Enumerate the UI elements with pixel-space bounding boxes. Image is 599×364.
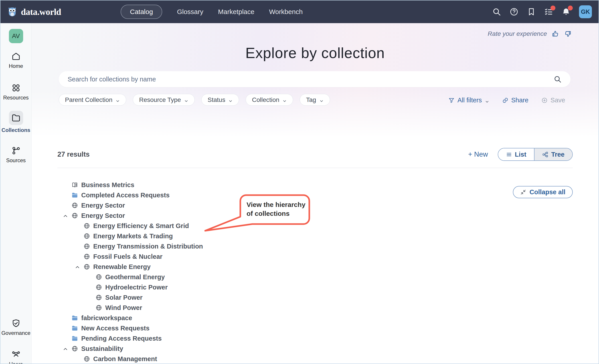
plus-circle-icon <box>541 97 548 103</box>
globe-icon <box>84 233 90 239</box>
tree-row-label: fabricworkspace <box>81 314 132 322</box>
tasks-badge <box>550 6 555 10</box>
tree-row[interactable]: Carbon Management <box>57 354 157 364</box>
tree-row-label: Business Metrics <box>81 181 134 189</box>
tree-row-label: Geothermal Energy <box>105 274 165 281</box>
primary-nav: CatalogGlossaryMarketplaceWorkbench <box>121 0 303 23</box>
tree-row-label: Renewable Energy <box>93 263 151 271</box>
all-filters-label: All filters <box>458 97 482 104</box>
sidebar-item-users[interactable]: Users <box>0 350 31 364</box>
user-avatar[interactable]: GK <box>579 5 592 18</box>
filter-chip-collection[interactable]: Collection <box>246 94 293 106</box>
chevron-up-icon[interactable] <box>63 346 68 351</box>
tree-row-label: New Access Requests <box>81 325 150 332</box>
search-submit-icon[interactable] <box>554 75 562 83</box>
filter-chip-tag[interactable]: Tag <box>300 94 330 106</box>
folder-icon <box>72 325 78 331</box>
sidebar-item-sources[interactable]: Sources <box>0 146 31 164</box>
sidebar-item-collections[interactable]: Collections <box>0 111 31 133</box>
tree-row[interactable]: Energy Sector <box>57 200 125 211</box>
tree-row[interactable]: Energy Transmission & Distribution <box>57 241 203 251</box>
tree-row[interactable]: Business Metrics <box>57 180 134 190</box>
folder-icon <box>72 315 78 321</box>
results-header: 27 results + New List <box>57 148 573 161</box>
org-avatar[interactable]: AV <box>0 29 31 43</box>
chevron-up-icon[interactable] <box>75 264 80 269</box>
callout-line-1: View the hierarchy <box>247 200 306 209</box>
filter-chip-status[interactable]: Status <box>201 94 239 106</box>
sidebar-item-label: Governance <box>1 330 30 336</box>
tree-row[interactable]: Completed Access Requests <box>57 190 169 200</box>
sidebar-item-resources[interactable]: Resources <box>0 83 31 101</box>
tree-row[interactable]: fabricworkspace <box>57 313 132 323</box>
tree-row-label: Energy Sector <box>81 202 125 209</box>
filter-chip-label: Tag <box>306 96 316 103</box>
save-button[interactable]: Save <box>541 97 565 104</box>
chevron-down-icon <box>184 98 188 102</box>
nav-tab-catalog[interactable]: Catalog <box>121 5 162 19</box>
bookmark-icon[interactable] <box>527 7 536 16</box>
tree-row[interactable]: Energy Sector <box>57 211 125 221</box>
view-toggle-list[interactable]: List <box>498 148 534 160</box>
tree-row[interactable]: Renewable Energy <box>57 262 151 272</box>
results-count: 27 results <box>57 151 90 159</box>
globe-icon <box>72 213 78 219</box>
tree-row[interactable]: Energy Markets & Trading <box>57 231 173 241</box>
thumbs-up-icon[interactable] <box>551 30 559 38</box>
filter-chip-label: Parent Collection <box>65 96 112 103</box>
home-icon <box>11 52 21 61</box>
top-nav: data.world CatalogGlossaryMarketplaceWor… <box>0 0 599 23</box>
folder-outline-icon <box>11 113 21 123</box>
hero-section: Rate your experience Explore by collecti… <box>32 23 599 137</box>
tree-row-label: Hydroelectric Power <box>105 284 167 291</box>
sidebar: AV Home Resources Collections <box>0 23 32 364</box>
filter-chip-resource-type[interactable]: Resource Type <box>133 94 195 106</box>
users-icon <box>11 350 21 359</box>
tree-row[interactable]: Pending Access Requests <box>57 333 162 344</box>
tree-row-label: Pending Access Requests <box>81 335 162 342</box>
chevron-down-icon <box>485 98 489 103</box>
new-collection-button[interactable]: + New <box>468 151 488 159</box>
sidebar-item-home[interactable]: Home <box>0 52 31 69</box>
globe-icon <box>84 264 90 270</box>
callout-text: View the hierarchy of collections <box>247 200 306 218</box>
data-world-app: data.world CatalogGlossaryMarketplaceWor… <box>0 0 599 364</box>
tree-row[interactable]: Energy Efficiency & Smart Grid <box>57 221 189 231</box>
thumbs-down-icon[interactable] <box>564 30 572 38</box>
notifications-icon[interactable] <box>562 7 571 16</box>
nav-tab-glossary[interactable]: Glossary <box>177 8 203 16</box>
sidebar-item-governance[interactable]: Governance <box>0 319 31 336</box>
view-toggle: List Tree <box>498 148 573 161</box>
list-icon <box>506 151 512 158</box>
filter-chip-label: Collection <box>252 96 279 103</box>
collection-search <box>59 71 571 87</box>
tree-row[interactable]: Solar Power <box>57 292 143 302</box>
filter-chips: Parent CollectionResource TypeStatusColl… <box>59 94 330 106</box>
search-input[interactable] <box>59 71 554 87</box>
sidebar-item-label: Collections <box>1 127 30 133</box>
view-toggle-tree[interactable]: Tree <box>534 148 572 160</box>
globe-icon <box>96 294 102 301</box>
nav-tab-marketplace[interactable]: Marketplace <box>218 8 254 16</box>
tree-row[interactable]: New Access Requests <box>57 323 150 333</box>
tree-row[interactable]: Fossil Fuels & Nuclear <box>57 251 162 262</box>
results-section: 27 results + New List <box>32 137 599 364</box>
tasks-icon[interactable] <box>544 7 553 16</box>
tree-row[interactable]: Sustainability <box>57 344 123 354</box>
tree-row[interactable]: Hydroelectric Power <box>57 282 167 292</box>
search-icon[interactable] <box>492 7 501 16</box>
logo[interactable]: data.world <box>7 7 61 17</box>
nav-tab-workbench[interactable]: Workbench <box>269 8 303 16</box>
all-filters-button[interactable]: All filters <box>448 97 489 104</box>
globe-icon <box>96 274 102 280</box>
collapse-all-button[interactable]: Collapse all <box>513 186 573 198</box>
org-avatar-initials: AV <box>9 29 23 43</box>
tree-row[interactable]: Wind Power <box>57 302 142 313</box>
chevron-up-icon[interactable] <box>63 213 68 218</box>
filter-chip-parent-collection[interactable]: Parent Collection <box>59 94 126 106</box>
share-button[interactable]: Share <box>502 97 529 104</box>
help-icon[interactable] <box>510 7 519 16</box>
callout-line-2: of collections <box>247 209 306 218</box>
divider <box>57 168 573 168</box>
tree-row[interactable]: Geothermal Energy <box>57 272 165 282</box>
